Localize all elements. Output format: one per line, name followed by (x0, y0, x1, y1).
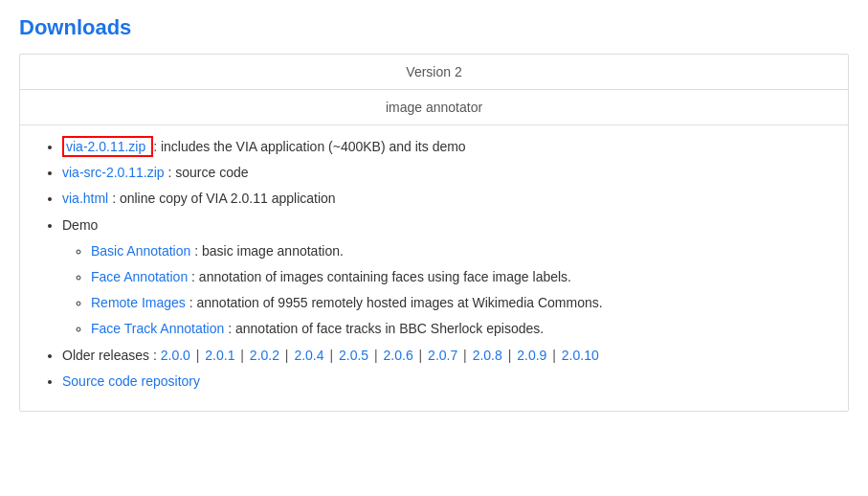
remote-images-desc: : annotation of 9955 remotely hosted ima… (189, 295, 603, 310)
remote-images-link[interactable]: Remote Images (91, 295, 186, 310)
sep: | (548, 348, 559, 363)
version-2-0-2-link[interactable]: 2.0.2 (250, 348, 279, 363)
list-item: Face Track Annotation : annotation of fa… (91, 317, 829, 341)
list-item-demo: Demo Basic Annotation : basic image anno… (62, 214, 829, 342)
type-label: image annotator (386, 100, 482, 115)
sep: | (504, 348, 515, 363)
sep: | (236, 348, 247, 363)
face-annotation-desc: : annotation of images containing faces … (191, 269, 571, 284)
version-2-0-4-link[interactable]: 2.0.4 (294, 348, 323, 363)
source-code-repo-link[interactable]: Source code repository (62, 373, 200, 389)
list-item-older-releases: Older releases : 2.0.0 | 2.0.1 | 2.0.2 |… (62, 344, 829, 368)
main-list: via-2.0.11.zip : includes the VIA applic… (39, 135, 829, 394)
basic-annotation-desc: : basic image annotation. (194, 243, 344, 259)
list-item: Face Annotation : annotation of images c… (91, 265, 829, 289)
version-2-0-7-link[interactable]: 2.0.7 (428, 348, 457, 363)
version-2-0-10-link[interactable]: 2.0.10 (562, 348, 599, 363)
list-item-via-html: via.html : online copy of VIA 2.0.11 app… (62, 187, 829, 211)
via-zip-highlight: via-2.0.11.zip (62, 136, 153, 157)
via-html-link[interactable]: via.html (62, 191, 108, 206)
list-item: Remote Images : annotation of 9955 remot… (91, 291, 829, 315)
version-2-0-1-link[interactable]: 2.0.1 (205, 348, 234, 363)
version-2-0-6-link[interactable]: 2.0.6 (384, 348, 413, 363)
version-label: Version 2 (406, 64, 461, 79)
version-2-0-5-link[interactable]: 2.0.5 (339, 348, 368, 363)
list-item-source-code: Source code repository (62, 370, 829, 394)
sep: | (326, 348, 337, 363)
via-src-zip-desc: : source code (167, 165, 248, 180)
downloads-box: Version 2 image annotator via-2.0.11.zip… (19, 54, 849, 412)
sep: | (459, 348, 470, 363)
demo-label: Demo (62, 217, 98, 233)
sep: | (192, 348, 203, 363)
type-row: image annotator (20, 90, 848, 125)
older-releases-label: Older releases : (62, 348, 161, 363)
demo-sub-list: Basic Annotation : basic image annotatio… (62, 239, 829, 342)
content-area: via-2.0.11.zip : includes the VIA applic… (20, 125, 848, 411)
face-track-annotation-desc: : annotation of face tracks in BBC Sherl… (228, 321, 544, 336)
via-src-zip-link[interactable]: via-src-2.0.11.zip (62, 165, 165, 180)
version-2-0-9-link[interactable]: 2.0.9 (517, 348, 546, 363)
face-annotation-link[interactable]: Face Annotation (91, 269, 188, 284)
list-item: Basic Annotation : basic image annotatio… (91, 239, 829, 263)
version-2-0-8-link[interactable]: 2.0.8 (473, 348, 502, 363)
via-zip-desc: : includes the VIA application (~400KB) … (153, 139, 465, 154)
sep: | (415, 348, 426, 363)
face-track-annotation-link[interactable]: Face Track Annotation (91, 321, 224, 336)
via-zip-link[interactable]: via-2.0.11.zip (66, 139, 145, 154)
version-2-0-0-link[interactable]: 2.0.0 (161, 348, 190, 363)
via-html-desc: : online copy of VIA 2.0.11 application (112, 191, 336, 206)
version-row: Version 2 (20, 55, 848, 90)
list-item-via-src: via-src-2.0.11.zip : source code (62, 161, 829, 185)
basic-annotation-link[interactable]: Basic Annotation (91, 243, 190, 259)
sep: | (370, 348, 381, 363)
sep: | (281, 348, 292, 363)
list-item-via-zip: via-2.0.11.zip : includes the VIA applic… (62, 135, 829, 159)
page-title: Downloads (19, 15, 849, 40)
